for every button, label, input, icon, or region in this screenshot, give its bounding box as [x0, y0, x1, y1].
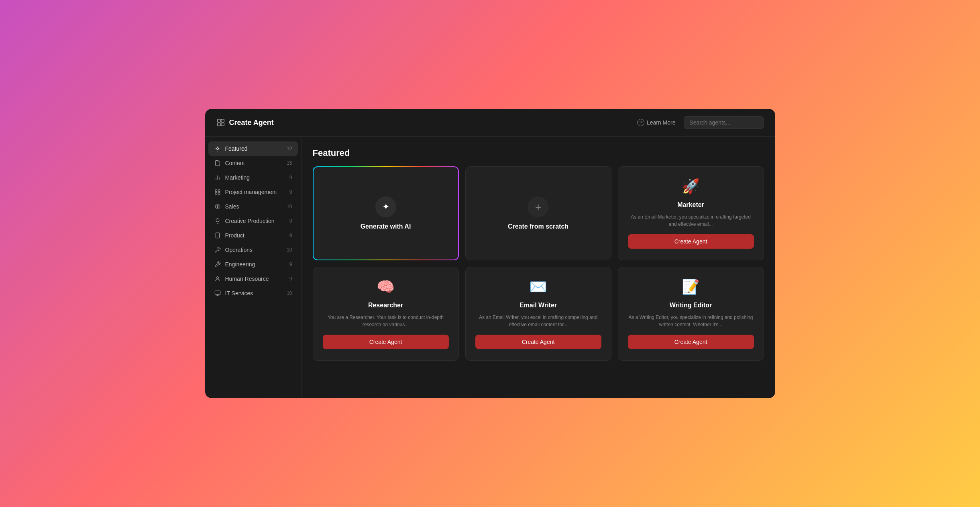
- sidebar-item-product[interactable]: Product 9: [208, 228, 298, 243]
- grid-icon: [214, 188, 221, 196]
- sidebar-count-product: 9: [289, 233, 292, 238]
- card-writing-editor: 📝 Writing Editor As a Writing Editor, yo…: [618, 267, 764, 361]
- app-title: Create Agent: [229, 119, 274, 127]
- plus-icon: +: [535, 201, 541, 213]
- wrench-icon: [214, 246, 221, 254]
- sidebar-item-human-resource[interactable]: Human Resource 9: [208, 272, 298, 286]
- dollar-icon: [214, 203, 221, 210]
- card-title-email-writer: Email Writer: [520, 302, 557, 309]
- sidebar-label-project-management: Project management: [225, 189, 285, 195]
- sidebar-count-operations: 10: [287, 247, 292, 253]
- svg-rect-2: [217, 123, 220, 126]
- sidebar-item-project-management[interactable]: Project management 9: [208, 185, 298, 199]
- sidebar-item-content[interactable]: Content 15: [208, 156, 298, 170]
- svg-rect-10: [216, 233, 219, 238]
- body: Featured 12 Content 15 Marketing 9: [205, 137, 775, 398]
- card-desc-researcher: You are a Researcher. Your task is to co…: [323, 314, 449, 328]
- card-title-writing-editor: Writing Editor: [670, 302, 712, 309]
- card-generate-ai[interactable]: ✦ Generate with AI: [313, 166, 459, 260]
- sidebar-label-engineering: Engineering: [225, 261, 285, 268]
- sidebar-label-operations: Operations: [225, 247, 283, 253]
- create-agent-button-marketer[interactable]: Create Agent: [628, 234, 754, 249]
- researcher-emoji: 🧠: [377, 278, 395, 295]
- svg-rect-1: [221, 119, 224, 122]
- sidebar-count-human-resource: 9: [289, 276, 292, 282]
- sidebar-count-it-services: 10: [287, 290, 292, 296]
- header-right: ? Learn More: [637, 116, 764, 129]
- svg-rect-13: [215, 291, 220, 294]
- card-email-writer: ✉️ Email Writer As an Email Writer, you …: [465, 267, 611, 361]
- sidebar: Featured 12 Content 15 Marketing 9: [205, 137, 302, 398]
- marketer-emoji: 🚀: [682, 178, 700, 195]
- card-title-generate-ai: Generate with AI: [361, 223, 411, 230]
- star-icon: [214, 145, 221, 152]
- sidebar-label-human-resource: Human Resource: [225, 276, 285, 282]
- device-icon: [214, 232, 221, 239]
- sidebar-count-engineering: 9: [289, 262, 292, 267]
- search-input[interactable]: [684, 116, 764, 129]
- sidebar-count-featured: 12: [287, 146, 292, 151]
- header-left: Create Agent: [216, 118, 274, 127]
- sidebar-count-creative-production: 9: [289, 218, 292, 224]
- help-icon: ?: [637, 119, 644, 126]
- main-window: Create Agent ? Learn More Featured 12: [205, 109, 775, 398]
- svg-rect-8: [218, 192, 220, 194]
- create-agent-button-email-writer[interactable]: Create Agent: [475, 335, 601, 349]
- page-title: Featured: [313, 148, 764, 158]
- header: Create Agent ? Learn More: [205, 109, 775, 137]
- sidebar-item-sales[interactable]: Sales 10: [208, 199, 298, 214]
- sidebar-item-it-services[interactable]: IT Services 10: [208, 286, 298, 301]
- svg-rect-6: [218, 190, 220, 192]
- chart-icon: [214, 174, 221, 181]
- card-create-scratch[interactable]: + Create from scratch: [465, 166, 611, 260]
- sidebar-item-featured[interactable]: Featured 12: [208, 141, 298, 156]
- create-agent-button-writing-editor[interactable]: Create Agent: [628, 335, 754, 349]
- card-desc-email-writer: As an Email Writer, you excel in craftin…: [475, 314, 601, 328]
- svg-rect-5: [215, 190, 217, 192]
- card-desc-writing-editor: As a Writing Editor, you specialize in r…: [628, 314, 754, 328]
- card-title-scratch: Create from scratch: [508, 223, 568, 230]
- file-icon: [214, 159, 221, 167]
- sparkle-icon: ✦: [382, 202, 389, 212]
- sidebar-item-operations[interactable]: Operations 10: [208, 243, 298, 257]
- sidebar-label-product: Product: [225, 232, 285, 239]
- learn-more-button[interactable]: ? Learn More: [637, 119, 676, 126]
- writing-editor-emoji: 📝: [682, 278, 700, 295]
- sidebar-label-content: Content: [225, 160, 283, 166]
- main-content: Featured ✦ Generate with AI +: [302, 137, 775, 398]
- sidebar-item-engineering[interactable]: Engineering 9: [208, 257, 298, 272]
- cards-grid: ✦ Generate with AI + Create from scratch: [313, 166, 764, 361]
- monitor-icon: [214, 290, 221, 297]
- svg-rect-3: [221, 123, 224, 126]
- svg-rect-0: [217, 119, 220, 122]
- sidebar-label-creative-production: Creative Production: [225, 218, 285, 224]
- code-icon: [214, 261, 221, 268]
- sidebar-label-marketing: Marketing: [225, 174, 285, 181]
- sidebar-count-marketing: 9: [289, 175, 292, 180]
- learn-more-label: Learn More: [647, 119, 676, 126]
- sidebar-count-sales: 10: [287, 204, 292, 209]
- sidebar-item-marketing[interactable]: Marketing 9: [208, 170, 298, 185]
- svg-point-4: [216, 147, 218, 149]
- email-writer-emoji: ✉️: [529, 278, 547, 295]
- svg-rect-7: [215, 192, 217, 194]
- app-logo-icon: [216, 118, 225, 127]
- create-agent-button-researcher[interactable]: Create Agent: [323, 335, 449, 349]
- sidebar-count-content: 15: [287, 160, 292, 166]
- card-researcher: 🧠 Researcher You are a Researcher. Your …: [313, 267, 459, 361]
- sidebar-label-featured: Featured: [225, 145, 283, 152]
- sidebar-label-sales: Sales: [225, 203, 283, 210]
- user-icon: [214, 275, 221, 282]
- card-title-marketer: Marketer: [677, 201, 704, 209]
- svg-point-12: [216, 277, 218, 279]
- sidebar-label-it-services: IT Services: [225, 290, 283, 296]
- card-marketer: 🚀 Marketer As an Email Marketer, you spe…: [618, 166, 764, 260]
- sidebar-count-project-management: 9: [289, 189, 292, 195]
- card-title-researcher: Researcher: [368, 302, 403, 309]
- card-desc-marketer: As an Email Marketer, you specialize in …: [628, 213, 754, 228]
- bulb-icon: [214, 217, 221, 225]
- sidebar-item-creative-production[interactable]: Creative Production 9: [208, 214, 298, 228]
